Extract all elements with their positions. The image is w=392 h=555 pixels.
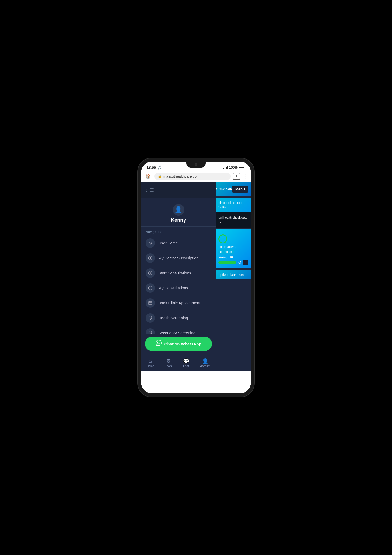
url-text: mascothealthcare.com (163, 174, 200, 178)
remaining-text: aining: 29 (218, 256, 248, 259)
active-indicator (218, 234, 227, 243)
time-display: 18:55 (147, 165, 156, 170)
plan-badge: e_month (218, 249, 234, 254)
sidebar-item-label-secondary-screening: Secondary Screening (158, 331, 195, 334)
start-consultations-icon (146, 268, 155, 278)
bottom-home-label: Home (147, 365, 154, 368)
avatar: 👤 (173, 204, 184, 216)
bottom-home-icon: ⌂ (149, 358, 152, 364)
health-check-text: lth check is up to date. (218, 201, 248, 209)
url-bar[interactable]: 🔒 mascothealthcare.com (154, 173, 231, 180)
battery-icon (239, 166, 245, 169)
navigation-drawer: ↕ ☰ 👤 Kenny Navigation ⊙ User Home (141, 182, 216, 371)
sidebar-item-label-book-clinic: Book Clinic Appointment (158, 301, 200, 306)
bottom-navigation: ⌂ Home ⚙ Tools 💬 Chat 👤 Account (141, 355, 216, 371)
sidebar-item-label-health-screening: Health Screening (158, 316, 188, 321)
sidebar-item-user-home[interactable]: ⊙ User Home (141, 236, 216, 251)
lock-icon: 🔒 (158, 174, 162, 178)
tab-counter[interactable]: 1 (233, 173, 240, 180)
progress-box (243, 260, 248, 265)
sidebar-item-secondary-screening[interactable]: Secondary Screening (141, 326, 216, 334)
bottom-account-icon: 👤 (202, 358, 208, 364)
bottom-chat-label: Chat (183, 365, 189, 368)
my-doctor-icon (146, 253, 155, 263)
right-health-check-card: lth check is up to date. (216, 198, 251, 212)
right-content: HEALTHCARE Menu lth check is up to date.… (216, 182, 251, 371)
whatsapp-button[interactable]: Chat on WhatsApp (145, 337, 212, 351)
spotify-icon: 🎵 (157, 165, 162, 170)
progress-bar (218, 261, 236, 264)
progress-left-text: left (238, 261, 241, 264)
bottom-nav-account[interactable]: 👤 Account (200, 358, 210, 368)
sidebar-item-label-user-home: User Home (158, 241, 178, 246)
whatsapp-label: Chat on WhatsApp (164, 342, 202, 346)
status-left: 18:55 🎵 (147, 165, 162, 170)
bottom-nav-tools[interactable]: ⚙ Tools (165, 358, 172, 368)
home-browser-icon[interactable]: 🏠 (144, 172, 152, 180)
avatar-icon: 👤 (175, 206, 182, 213)
battery-percent: 100% (229, 166, 238, 170)
secondary-screening-icon (146, 328, 155, 334)
book-clinic-icon (146, 298, 155, 308)
sidebar-item-label-start-consultations: Start Consultations (158, 271, 191, 276)
menu-button[interactable]: Menu (232, 186, 248, 193)
remaining-count: 29 (229, 256, 233, 259)
health-check-sub2: re (218, 220, 248, 225)
subscription-active-text: tion is active. (218, 245, 248, 248)
right-top-card: HEALTHCARE Menu (216, 182, 251, 196)
progress-row: left (218, 260, 248, 265)
bottom-nav-chat[interactable]: 💬 Chat (183, 358, 189, 368)
sidebar-item-start-consultations[interactable]: Start Consultations (141, 266, 216, 281)
nav-section-label: Navigation (141, 227, 216, 236)
bottom-tools-icon: ⚙ (166, 358, 171, 364)
right-sub-plans[interactable]: ription plans here (216, 270, 251, 279)
bg-page-right: HEALTHCARE Menu lth check is up to date.… (216, 182, 251, 371)
app-content: HEALTHCARE Menu lth check is up to date.… (141, 182, 251, 371)
health-screening-icon (146, 313, 155, 323)
health-check-sub: ual health check date (218, 215, 248, 220)
browser-bar: 🏠 🔒 mascothealthcare.com 1 ⋮ (141, 171, 251, 182)
camera (195, 163, 197, 166)
remaining-label: aining: (218, 256, 228, 259)
svg-rect-4 (149, 301, 152, 305)
sidebar-item-label-my-doctor-subscription: My Doctor Subscription (158, 256, 198, 261)
phone-notch (186, 162, 206, 168)
nav-items-list: ⊙ User Home My Doctor Subscription (141, 236, 216, 334)
my-consultations-icon (146, 283, 155, 293)
drawer-header: ↕ ☰ (141, 182, 216, 198)
bottom-account-label: Account (200, 365, 210, 368)
sidebar-item-label-my-consultations: My Consultations (158, 286, 188, 291)
drawer-user-section: 👤 Kenny (141, 198, 216, 227)
right-healthcare-text: HEALTHCARE (216, 188, 232, 191)
phone-screen: 18:55 🎵 100% 🏠 🔒 (141, 162, 251, 393)
bottom-nav-home[interactable]: ⌂ Home (147, 358, 154, 368)
whatsapp-icon (156, 340, 162, 348)
bottom-chat-icon: 💬 (183, 358, 189, 364)
hamburger-icon[interactable]: ↕ ☰ (146, 187, 154, 193)
phone-frame: 18:55 🎵 100% 🏠 🔒 (138, 158, 254, 397)
bottom-tools-label: Tools (165, 365, 172, 368)
sidebar-item-my-consultations[interactable]: My Consultations (141, 281, 216, 296)
user-name: Kenny (171, 217, 186, 223)
sidebar-item-my-doctor-subscription[interactable]: My Doctor Subscription (141, 251, 216, 266)
user-home-icon: ⊙ (146, 238, 155, 248)
signal-icon (223, 166, 228, 169)
right-subscription-card: tion is active. e_month aining: 29 left (216, 229, 251, 268)
svg-point-1 (150, 257, 151, 258)
status-right: 100% (223, 166, 245, 170)
sidebar-item-book-clinic[interactable]: Book Clinic Appointment (141, 296, 216, 311)
sidebar-item-health-screening[interactable]: Health Screening (141, 311, 216, 326)
more-menu-icon[interactable]: ⋮ (242, 173, 248, 180)
right-health-check-date-card: ual health check date re (216, 212, 251, 228)
